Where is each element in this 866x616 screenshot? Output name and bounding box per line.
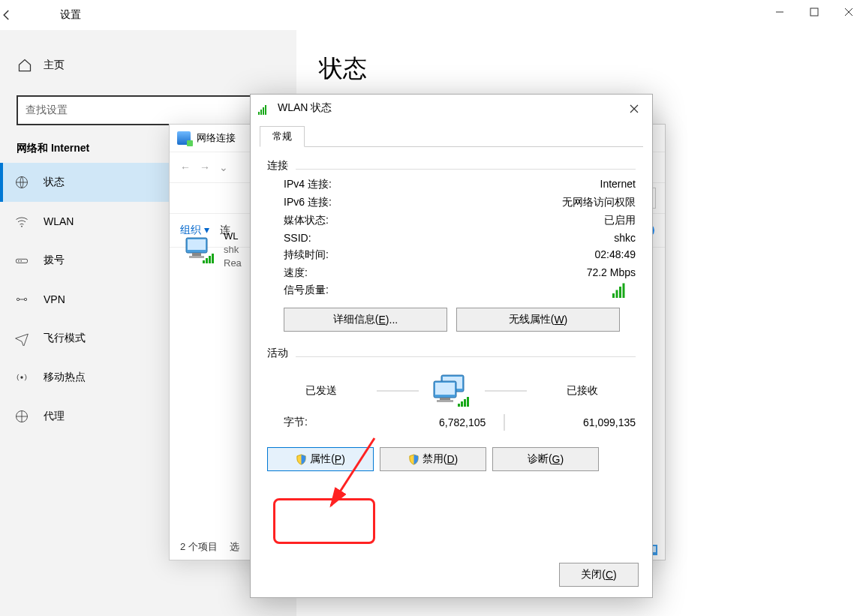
shield-icon [296,454,307,465]
home-link[interactable]: 主页 [0,49,296,82]
ipv4-value: Internet [600,178,636,191]
shield-icon [408,454,419,465]
sd-title-text: WLAN 状态 [278,101,332,115]
disable-button[interactable]: 禁用(D) [380,447,486,471]
wireless-properties-button[interactable]: 无线属性(W) [456,308,620,332]
nav-wlan-label: WLAN [44,215,74,227]
svg-point-5 [18,260,20,262]
wlan-status-dialog: WLAN 状态 常规 连接 IPv4 连接:Internet IPv6 连接:无… [250,94,653,598]
bytes-recv: 61,099,135 [523,416,636,428]
ipv6-label: IPv6 连接: [284,196,332,209]
nav-dropdown-icon[interactable]: ⌄ [219,161,228,173]
nav-hotspot-label: 移动热点 [44,371,86,384]
home-label: 主页 [44,59,65,72]
group-connection: 连接 [267,159,288,173]
annotation-highlight [273,498,375,544]
item-count: 2 个项目 [180,540,218,554]
bytes-sent: 6,782,105 [374,416,486,428]
vpn-icon [14,291,30,308]
wifi-icon [14,213,30,230]
home-icon [17,57,33,74]
svg-rect-31 [440,398,450,400]
svg-rect-20 [189,256,204,258]
diagnose-button[interactable]: 诊断(G) [492,447,599,471]
nc-icon [177,131,191,145]
window-controls [762,0,866,24]
ssid-label: SSID: [284,232,311,244]
globe-icon [14,174,30,191]
group-activity: 活动 [267,347,288,360]
details-button[interactable]: 详细信息(E)... [284,308,447,332]
sd-body: 连接 IPv4 连接:Internet IPv6 连接:无网络访问权限 媒体状态… [251,147,652,479]
line-right [485,390,527,392]
svg-rect-21 [203,260,205,263]
adapter-item[interactable]: WL shk Rea [183,230,242,271]
signal-icon [258,103,272,113]
settings-titlebar: 设置 [0,0,866,30]
svg-rect-19 [192,253,201,256]
svg-rect-36 [467,397,469,407]
divider [296,169,636,170]
maximize-button[interactable] [797,0,831,24]
line-left [377,390,419,392]
svg-rect-1 [810,8,818,16]
sent-label: 已发送 [276,384,366,398]
nc-statusbar: 2 个项目 选 [180,540,239,554]
close-button[interactable] [831,0,866,24]
speed-value: 72.2 Mbps [587,266,636,280]
svg-point-7 [17,298,19,300]
svg-rect-23 [209,256,211,263]
ipv4-label: IPv4 连接: [284,178,332,191]
sd-close-button[interactable] [624,101,645,117]
nav-vpn-label: VPN [44,293,65,305]
bytes-separator [504,414,505,431]
signal-quality-icon [612,280,633,296]
svg-rect-32 [437,400,453,402]
sd-titlebar: WLAN 状态 [251,95,652,122]
ipv6-value: 无网络访问权限 [562,196,636,209]
activity-visual: 已发送 [267,374,636,408]
search-input[interactable]: 查找设置 [17,95,280,125]
duration-label: 持续时间: [284,248,329,262]
svg-rect-30 [435,383,455,395]
divider [296,356,636,357]
svg-point-8 [24,298,26,300]
adapter-icon [183,233,216,266]
activity-pc-icon [429,374,474,408]
nav-dialup-label: 拨号 [44,254,65,267]
hotspot-icon [14,369,30,386]
search-placeholder: 查找设置 [26,104,68,117]
svg-rect-18 [188,239,206,250]
properties-button[interactable]: 属性(P) [267,447,374,471]
svg-rect-35 [464,399,466,407]
minimize-button[interactable] [762,0,797,24]
ssid-value: shkc [614,232,636,244]
nav-fwd-icon[interactable]: → [200,161,210,173]
sd-tabstrip: 常规 [260,126,643,147]
close-button[interactable]: 关闭(C) [559,563,639,587]
nav-airplane-label: 飞行模式 [44,332,86,345]
signal-label: 信号质量: [284,284,329,297]
settings-title: 设置 [60,8,81,22]
svg-point-3 [21,226,23,227]
duration-value: 02:48:49 [595,248,636,262]
speed-label: 速度: [284,266,308,280]
svg-rect-34 [461,401,463,407]
tab-general[interactable]: 常规 [260,126,305,147]
nav-back-icon[interactable]: ← [180,161,191,173]
media-label: 媒体状态: [284,214,329,227]
recv-label: 已接收 [537,384,627,398]
media-value: 已启用 [604,214,636,227]
adapter-text: WL shk Rea [224,230,242,271]
svg-point-9 [20,376,23,378]
svg-rect-24 [212,254,214,263]
selected-partial: 选 [230,540,239,554]
svg-point-6 [20,260,22,262]
nav-status-label: 状态 [44,176,65,189]
nav-proxy-label: 代理 [44,410,65,423]
airplane-icon [14,330,30,347]
svg-rect-22 [206,258,208,263]
back-button[interactable] [0,8,38,22]
page-title: 状态 [319,53,843,86]
dialup-icon [14,252,30,269]
